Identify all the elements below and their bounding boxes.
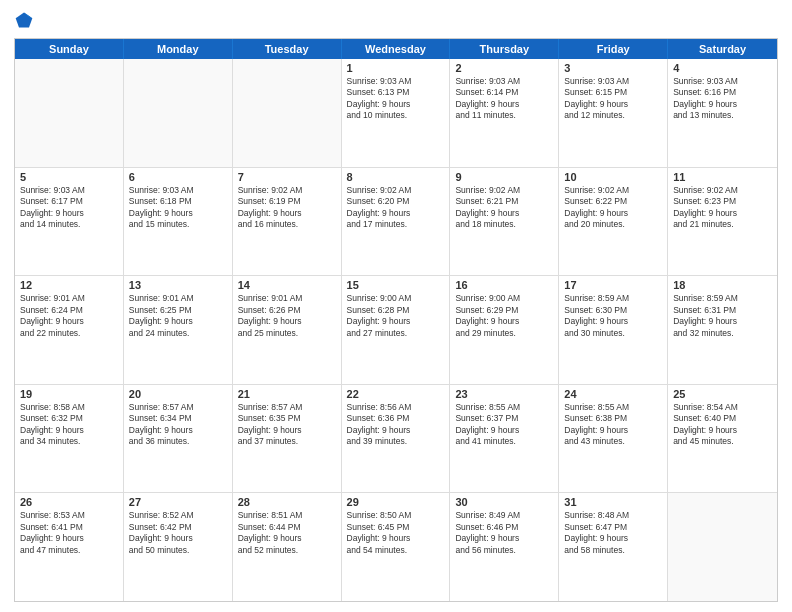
day-number: 29 xyxy=(347,496,445,508)
calendar-cell: 27Sunrise: 8:52 AM Sunset: 6:42 PM Dayli… xyxy=(124,493,233,601)
day-number: 8 xyxy=(347,171,445,183)
day-number: 2 xyxy=(455,62,553,74)
cell-text: Sunrise: 8:55 AM Sunset: 6:38 PM Dayligh… xyxy=(564,402,662,448)
calendar-cell: 3Sunrise: 9:03 AM Sunset: 6:15 PM Daylig… xyxy=(559,59,668,167)
calendar-cell: 24Sunrise: 8:55 AM Sunset: 6:38 PM Dayli… xyxy=(559,385,668,493)
calendar-cell: 20Sunrise: 8:57 AM Sunset: 6:34 PM Dayli… xyxy=(124,385,233,493)
day-number: 5 xyxy=(20,171,118,183)
day-number: 26 xyxy=(20,496,118,508)
cell-text: Sunrise: 8:49 AM Sunset: 6:46 PM Dayligh… xyxy=(455,510,553,556)
logo xyxy=(14,10,38,30)
calendar-cell: 14Sunrise: 9:01 AM Sunset: 6:26 PM Dayli… xyxy=(233,276,342,384)
day-number: 1 xyxy=(347,62,445,74)
cell-text: Sunrise: 8:54 AM Sunset: 6:40 PM Dayligh… xyxy=(673,402,772,448)
day-number: 9 xyxy=(455,171,553,183)
day-number: 23 xyxy=(455,388,553,400)
day-number: 21 xyxy=(238,388,336,400)
calendar-row-3: 19Sunrise: 8:58 AM Sunset: 6:32 PM Dayli… xyxy=(15,384,777,493)
cell-text: Sunrise: 8:58 AM Sunset: 6:32 PM Dayligh… xyxy=(20,402,118,448)
cell-text: Sunrise: 8:59 AM Sunset: 6:30 PM Dayligh… xyxy=(564,293,662,339)
header-cell-thursday: Thursday xyxy=(450,39,559,59)
calendar-row-0: 1Sunrise: 9:03 AM Sunset: 6:13 PM Daylig… xyxy=(15,59,777,167)
calendar-cell xyxy=(233,59,342,167)
header-cell-monday: Monday xyxy=(124,39,233,59)
cell-text: Sunrise: 8:48 AM Sunset: 6:47 PM Dayligh… xyxy=(564,510,662,556)
calendar-cell: 21Sunrise: 8:57 AM Sunset: 6:35 PM Dayli… xyxy=(233,385,342,493)
calendar-cell: 10Sunrise: 9:02 AM Sunset: 6:22 PM Dayli… xyxy=(559,168,668,276)
day-number: 6 xyxy=(129,171,227,183)
day-number: 10 xyxy=(564,171,662,183)
day-number: 13 xyxy=(129,279,227,291)
day-number: 11 xyxy=(673,171,772,183)
calendar-cell xyxy=(124,59,233,167)
calendar-cell: 4Sunrise: 9:03 AM Sunset: 6:16 PM Daylig… xyxy=(668,59,777,167)
calendar-cell: 13Sunrise: 9:01 AM Sunset: 6:25 PM Dayli… xyxy=(124,276,233,384)
cell-text: Sunrise: 9:01 AM Sunset: 6:25 PM Dayligh… xyxy=(129,293,227,339)
day-number: 14 xyxy=(238,279,336,291)
svg-marker-0 xyxy=(16,13,33,28)
cell-text: Sunrise: 9:02 AM Sunset: 6:20 PM Dayligh… xyxy=(347,185,445,231)
header-cell-sunday: Sunday xyxy=(15,39,124,59)
day-number: 18 xyxy=(673,279,772,291)
cell-text: Sunrise: 8:51 AM Sunset: 6:44 PM Dayligh… xyxy=(238,510,336,556)
cell-text: Sunrise: 9:02 AM Sunset: 6:23 PM Dayligh… xyxy=(673,185,772,231)
day-number: 28 xyxy=(238,496,336,508)
cell-text: Sunrise: 8:53 AM Sunset: 6:41 PM Dayligh… xyxy=(20,510,118,556)
calendar-cell: 23Sunrise: 8:55 AM Sunset: 6:37 PM Dayli… xyxy=(450,385,559,493)
calendar-cell: 26Sunrise: 8:53 AM Sunset: 6:41 PM Dayli… xyxy=(15,493,124,601)
calendar-cell: 17Sunrise: 8:59 AM Sunset: 6:30 PM Dayli… xyxy=(559,276,668,384)
calendar-cell: 28Sunrise: 8:51 AM Sunset: 6:44 PM Dayli… xyxy=(233,493,342,601)
calendar-cell: 16Sunrise: 9:00 AM Sunset: 6:29 PM Dayli… xyxy=(450,276,559,384)
calendar-row-1: 5Sunrise: 9:03 AM Sunset: 6:17 PM Daylig… xyxy=(15,167,777,276)
calendar-cell: 31Sunrise: 8:48 AM Sunset: 6:47 PM Dayli… xyxy=(559,493,668,601)
day-number: 4 xyxy=(673,62,772,74)
calendar-cell: 19Sunrise: 8:58 AM Sunset: 6:32 PM Dayli… xyxy=(15,385,124,493)
day-number: 19 xyxy=(20,388,118,400)
header-cell-wednesday: Wednesday xyxy=(342,39,451,59)
day-number: 3 xyxy=(564,62,662,74)
calendar-body: 1Sunrise: 9:03 AM Sunset: 6:13 PM Daylig… xyxy=(15,59,777,601)
calendar-cell xyxy=(668,493,777,601)
day-number: 25 xyxy=(673,388,772,400)
calendar: SundayMondayTuesdayWednesdayThursdayFrid… xyxy=(14,38,778,602)
cell-text: Sunrise: 9:03 AM Sunset: 6:16 PM Dayligh… xyxy=(673,76,772,122)
calendar-cell: 30Sunrise: 8:49 AM Sunset: 6:46 PM Dayli… xyxy=(450,493,559,601)
calendar-cell: 6Sunrise: 9:03 AM Sunset: 6:18 PM Daylig… xyxy=(124,168,233,276)
header xyxy=(14,10,778,30)
calendar-cell: 29Sunrise: 8:50 AM Sunset: 6:45 PM Dayli… xyxy=(342,493,451,601)
cell-text: Sunrise: 9:03 AM Sunset: 6:13 PM Dayligh… xyxy=(347,76,445,122)
calendar-cell: 7Sunrise: 9:02 AM Sunset: 6:19 PM Daylig… xyxy=(233,168,342,276)
calendar-cell: 15Sunrise: 9:00 AM Sunset: 6:28 PM Dayli… xyxy=(342,276,451,384)
header-cell-friday: Friday xyxy=(559,39,668,59)
day-number: 16 xyxy=(455,279,553,291)
day-number: 30 xyxy=(455,496,553,508)
cell-text: Sunrise: 8:59 AM Sunset: 6:31 PM Dayligh… xyxy=(673,293,772,339)
calendar-cell: 2Sunrise: 9:03 AM Sunset: 6:14 PM Daylig… xyxy=(450,59,559,167)
day-number: 20 xyxy=(129,388,227,400)
cell-text: Sunrise: 9:01 AM Sunset: 6:26 PM Dayligh… xyxy=(238,293,336,339)
calendar-row-4: 26Sunrise: 8:53 AM Sunset: 6:41 PM Dayli… xyxy=(15,492,777,601)
page: SundayMondayTuesdayWednesdayThursdayFrid… xyxy=(0,0,792,612)
calendar-cell: 5Sunrise: 9:03 AM Sunset: 6:17 PM Daylig… xyxy=(15,168,124,276)
cell-text: Sunrise: 9:03 AM Sunset: 6:18 PM Dayligh… xyxy=(129,185,227,231)
calendar-row-2: 12Sunrise: 9:01 AM Sunset: 6:24 PM Dayli… xyxy=(15,275,777,384)
calendar-cell: 12Sunrise: 9:01 AM Sunset: 6:24 PM Dayli… xyxy=(15,276,124,384)
day-number: 27 xyxy=(129,496,227,508)
cell-text: Sunrise: 9:02 AM Sunset: 6:21 PM Dayligh… xyxy=(455,185,553,231)
calendar-cell: 11Sunrise: 9:02 AM Sunset: 6:23 PM Dayli… xyxy=(668,168,777,276)
calendar-header: SundayMondayTuesdayWednesdayThursdayFrid… xyxy=(15,39,777,59)
calendar-cell: 22Sunrise: 8:56 AM Sunset: 6:36 PM Dayli… xyxy=(342,385,451,493)
calendar-cell xyxy=(15,59,124,167)
calendar-cell: 9Sunrise: 9:02 AM Sunset: 6:21 PM Daylig… xyxy=(450,168,559,276)
cell-text: Sunrise: 9:00 AM Sunset: 6:29 PM Dayligh… xyxy=(455,293,553,339)
cell-text: Sunrise: 9:02 AM Sunset: 6:19 PM Dayligh… xyxy=(238,185,336,231)
cell-text: Sunrise: 9:02 AM Sunset: 6:22 PM Dayligh… xyxy=(564,185,662,231)
day-number: 15 xyxy=(347,279,445,291)
cell-text: Sunrise: 9:03 AM Sunset: 6:14 PM Dayligh… xyxy=(455,76,553,122)
cell-text: Sunrise: 8:50 AM Sunset: 6:45 PM Dayligh… xyxy=(347,510,445,556)
day-number: 7 xyxy=(238,171,336,183)
cell-text: Sunrise: 8:57 AM Sunset: 6:34 PM Dayligh… xyxy=(129,402,227,448)
day-number: 31 xyxy=(564,496,662,508)
calendar-cell: 8Sunrise: 9:02 AM Sunset: 6:20 PM Daylig… xyxy=(342,168,451,276)
calendar-cell: 1Sunrise: 9:03 AM Sunset: 6:13 PM Daylig… xyxy=(342,59,451,167)
